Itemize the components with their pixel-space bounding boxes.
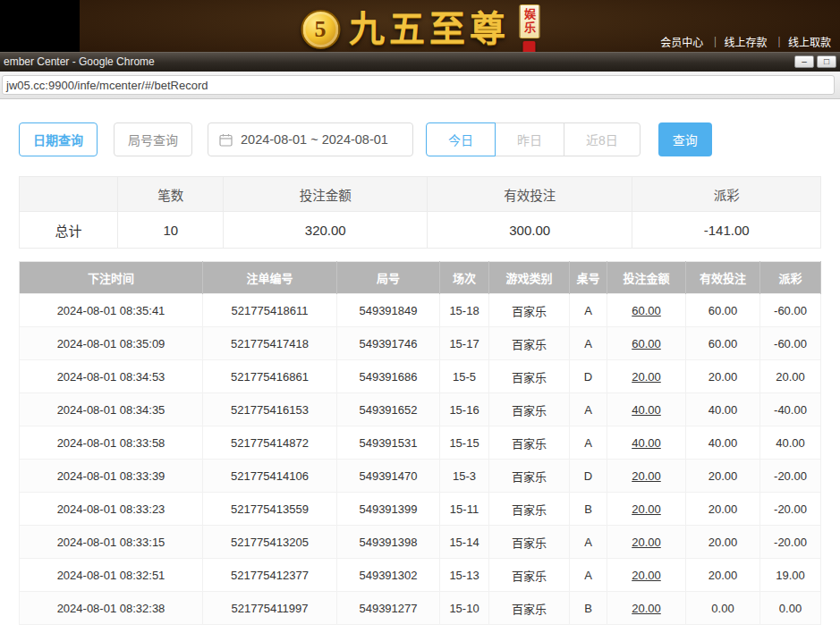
bet-amount-link[interactable]: 20.00	[607, 493, 686, 526]
cell-time: 2024-08-01 08:32:38	[20, 592, 203, 625]
cell-time: 2024-08-01 08:33:15	[20, 526, 203, 559]
col-header-time: 下注时间	[20, 262, 203, 294]
date-query-tab[interactable]: 日期查询	[19, 122, 98, 156]
cell-order_no: 521775416861	[203, 360, 337, 393]
logo-badge-column: 娱乐	[519, 4, 539, 54]
col-header-payout: 派彩	[760, 262, 821, 294]
cell-session: 15-16	[440, 393, 489, 426]
table-row: 2024-08-01 08:32:51521775412377549391302…	[20, 559, 821, 592]
browser-title-bar: ember Center - Google Chrome – □	[0, 52, 840, 72]
cell-payout: 19.00	[760, 559, 821, 592]
table-row: 2024-08-01 08:35:41521775418611549391849…	[20, 294, 821, 327]
cell-payout: 20.00	[760, 360, 821, 393]
table-row: 2024-08-01 08:33:23521775413559549391399…	[20, 493, 821, 526]
search-button[interactable]: 查询	[658, 122, 712, 156]
summary-header-row: 笔数 投注金额 有效投注 派彩	[20, 177, 821, 212]
col-header-bet: 投注金额	[607, 262, 686, 294]
bet-record-page: 日期查询 局号查询 2024-08-01 ~ 2024-08-01 今日 昨日 …	[0, 122, 840, 625]
bet-amount-link[interactable]: 20.00	[607, 526, 686, 559]
bet-amount-link[interactable]: 40.00	[607, 393, 686, 426]
cell-valid: 60.00	[686, 327, 760, 360]
cell-table_no: A	[570, 393, 607, 426]
cell-session: 15-14	[440, 526, 489, 559]
calendar-icon	[219, 133, 233, 147]
bet-amount-link[interactable]: 60.00	[607, 294, 686, 327]
cell-table_no: A	[570, 327, 607, 360]
cell-game: 百家乐	[489, 426, 570, 460]
filter-row: 日期查询 局号查询 2024-08-01 ~ 2024-08-01 今日 昨日 …	[19, 122, 821, 156]
cell-game: 百家乐	[489, 460, 570, 493]
cell-valid: 20.00	[686, 526, 760, 559]
cell-valid: 20.00	[686, 493, 760, 526]
bet-amount-link[interactable]: 40.00	[607, 426, 686, 460]
cell-table_no: B	[570, 592, 607, 625]
cell-session: 15-13	[440, 559, 489, 592]
date-range-value: 2024-08-01 ~ 2024-08-01	[241, 132, 388, 147]
cell-payout: -40.00	[760, 393, 821, 426]
col-header-session: 场次	[440, 262, 489, 294]
cell-table_no: D	[570, 460, 607, 493]
cell-time: 2024-08-01 08:33:58	[20, 426, 203, 460]
cell-round_no: 549391531	[337, 426, 440, 460]
summary-payout-value: -141.00	[632, 212, 821, 249]
summary-count-value: 10	[118, 212, 224, 249]
logo-badge: 娱乐	[519, 4, 539, 38]
bet-amount-link[interactable]: 20.00	[607, 460, 686, 493]
table-row: 2024-08-01 08:33:15521775413205549391398…	[20, 526, 821, 559]
cell-table_no: A	[570, 526, 607, 559]
summary-header-bet: 投注金额	[224, 177, 428, 212]
cell-game: 百家乐	[489, 493, 570, 526]
summary-header-valid: 有效投注	[428, 177, 632, 212]
bet-amount-link[interactable]: 20.00	[607, 360, 686, 393]
nav-withdraw[interactable]: 线上取款	[770, 37, 831, 49]
cell-valid: 20.00	[686, 360, 760, 393]
cell-table_no: B	[570, 493, 607, 526]
col-header-table: 桌号	[570, 262, 607, 294]
site-logo: 5 九五至尊 娱乐	[301, 4, 539, 54]
bet-amount-link[interactable]: 60.00	[607, 327, 686, 360]
cell-session: 15-17	[440, 327, 489, 360]
cell-valid: 0.00	[686, 592, 760, 625]
today-button[interactable]: 今日	[426, 122, 496, 156]
cell-payout: 40.00	[760, 426, 821, 460]
cell-order_no: 521775412377	[203, 559, 337, 592]
cell-valid: 20.00	[686, 559, 760, 592]
bet-amount-link[interactable]: 20.00	[607, 592, 686, 625]
cell-round_no: 549391746	[337, 327, 440, 360]
summary-total-label: 总计	[20, 212, 118, 249]
table-row: 2024-08-01 08:33:58521775414872549391531…	[20, 426, 821, 460]
table-row: 2024-08-01 08:34:35521775416153549391652…	[20, 393, 821, 426]
yesterday-button[interactable]: 昨日	[495, 122, 564, 156]
cell-session: 15-10	[440, 592, 489, 625]
cell-time: 2024-08-01 08:34:35	[20, 393, 203, 426]
quick-range-group: 今日 昨日 近8日	[426, 122, 641, 156]
cell-valid: 40.00	[686, 393, 760, 426]
cell-order_no: 521775414106	[203, 460, 337, 493]
cell-valid: 20.00	[686, 460, 760, 493]
summary-header-count: 笔数	[118, 177, 224, 212]
url-input[interactable]: jw05.cc:9900/infe/mcenter/#/betRecord	[2, 75, 835, 95]
cell-round_no: 549391398	[337, 526, 440, 559]
window-title: ember Center - Google Chrome	[4, 55, 155, 68]
table-row: 2024-08-01 08:33:39521775414106549391470…	[20, 460, 821, 493]
bet-amount-link[interactable]: 20.00	[607, 559, 686, 592]
cell-payout: -20.00	[760, 526, 821, 559]
summary-bet-value: 320.00	[224, 212, 428, 249]
nav-deposit[interactable]: 线上存款	[707, 37, 768, 49]
date-range-input[interactable]: 2024-08-01 ~ 2024-08-01	[208, 122, 413, 156]
nav-member-center[interactable]: 会员中心	[660, 37, 703, 49]
cell-time: 2024-08-01 08:33:39	[20, 460, 203, 493]
bet-table: 下注时间 注单编号 局号 场次 游戏类别 桌号 投注金额 有效投注 派彩 202…	[19, 261, 821, 625]
summary-table: 笔数 投注金额 有效投注 派彩 总计 10 320.00 300.00 -141…	[19, 176, 821, 249]
minimize-button[interactable]: –	[794, 55, 814, 68]
cell-session: 15-3	[440, 460, 489, 493]
maximize-button[interactable]: □	[817, 55, 836, 68]
cell-session: 15-18	[440, 294, 489, 327]
cell-game: 百家乐	[489, 327, 570, 360]
last-8-days-button[interactable]: 近8日	[564, 122, 641, 156]
cell-round_no: 549391399	[337, 493, 440, 526]
col-header-valid: 有效投注	[686, 262, 760, 294]
cell-payout: 0.00	[760, 592, 821, 625]
round-query-tab[interactable]: 局号查询	[114, 122, 192, 156]
cell-order_no: 521775417418	[203, 327, 337, 360]
